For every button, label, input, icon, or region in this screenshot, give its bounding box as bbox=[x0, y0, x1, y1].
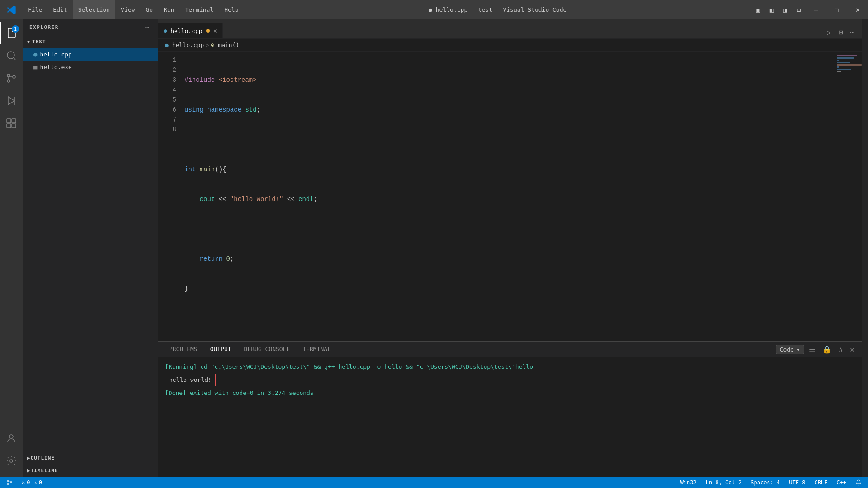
editor-and-panel: ● hello.cpp × ▷ ⊟ ⋯ ● hello.cpp > bbox=[158, 19, 862, 477]
maximize-button[interactable]: ☐ bbox=[826, 0, 847, 19]
outline-section[interactable]: ▶ OUTLINE bbox=[23, 451, 158, 464]
svg-point-4 bbox=[13, 75, 15, 78]
status-win32[interactable]: Win32 bbox=[679, 479, 698, 486]
close-button[interactable]: ✕ bbox=[847, 0, 868, 19]
svg-point-15 bbox=[7, 480, 9, 482]
code-content[interactable]: #include <iostream> using namespace std;… bbox=[181, 52, 835, 341]
menu-file[interactable]: File bbox=[23, 0, 47, 19]
panel-close-btn[interactable]: ✕ bbox=[847, 344, 857, 355]
output-running-line: [Running] cd "c:\Users\WCJ\Desktop\test\… bbox=[165, 362, 855, 372]
line-num-4: 4 bbox=[158, 85, 176, 95]
tab-close-btn[interactable]: × bbox=[213, 27, 217, 34]
file-name-hello-cpp: hello.cpp bbox=[40, 51, 71, 58]
vscode-logo bbox=[0, 5, 23, 15]
language-label: C++ bbox=[836, 479, 846, 486]
panel-filter-btn[interactable]: ☰ bbox=[806, 344, 818, 355]
explorer-badge: 1 bbox=[12, 25, 19, 33]
menu-view[interactable]: View bbox=[115, 0, 140, 19]
status-spaces[interactable]: Spaces: 4 bbox=[749, 479, 782, 486]
position-label: Ln 8, Col 2 bbox=[706, 479, 741, 486]
layout-toggle-1[interactable]: ▣ bbox=[751, 3, 765, 17]
menu-go[interactable]: Go bbox=[140, 0, 158, 19]
window-title: ● hello.cpp - test - Visual Studio Code bbox=[244, 6, 751, 13]
code-line-3 bbox=[181, 135, 835, 145]
svg-point-13 bbox=[9, 435, 13, 438]
run-code-button[interactable]: ▷ bbox=[824, 26, 834, 38]
layout-toggle-3[interactable]: ◨ bbox=[778, 3, 792, 17]
workspace-name: TEST bbox=[32, 39, 46, 45]
line-num-2: 2 bbox=[158, 65, 176, 75]
layout-toggle-2[interactable]: ◧ bbox=[765, 3, 778, 17]
minimap-line-8 bbox=[837, 71, 841, 72]
exe-file-icon: ■ bbox=[33, 63, 37, 70]
status-git-branch[interactable] bbox=[5, 479, 14, 486]
warning-icon: ⚠ bbox=[33, 479, 37, 486]
panel-tab-output[interactable]: OUTPUT bbox=[204, 342, 238, 357]
code-editor[interactable]: 1 2 3 4 5 6 7 8 #include <iostream> usin… bbox=[158, 52, 862, 341]
main-layout: 1 bbox=[0, 19, 868, 477]
activity-bar-extensions[interactable] bbox=[0, 112, 23, 135]
breadcrumb-symbol[interactable]: ⊙ main() bbox=[211, 42, 240, 48]
breadcrumb-filename: hello.cpp bbox=[172, 42, 204, 48]
sidebar-header-actions: ⋯ bbox=[144, 22, 151, 33]
menu-edit[interactable]: Edit bbox=[47, 0, 72, 19]
menu-selection[interactable]: Selection bbox=[73, 0, 115, 19]
dropdown-label: Code bbox=[780, 346, 794, 353]
tab-hello-cpp[interactable]: ● hello.cpp × bbox=[158, 23, 223, 38]
workspace-title[interactable]: ▼ TEST bbox=[23, 35, 158, 48]
line-num-1: 1 bbox=[158, 55, 176, 65]
activity-bar-bottom bbox=[0, 427, 23, 477]
minimize-button[interactable]: — bbox=[806, 0, 826, 19]
panel-tab-terminal[interactable]: TERMINAL bbox=[296, 342, 337, 357]
panel-lock-btn[interactable]: 🔒 bbox=[820, 344, 834, 355]
outline-label: OUTLINE bbox=[31, 455, 55, 461]
panel-collapse-btn[interactable]: ∧ bbox=[836, 344, 846, 355]
menu-run[interactable]: Run bbox=[158, 0, 179, 19]
output-source-dropdown[interactable]: Code ▾ bbox=[776, 345, 804, 354]
titlebar: File Edit Selection View Go Run Terminal… bbox=[0, 0, 868, 19]
code-line-4: int main(){ bbox=[181, 164, 835, 174]
window-controls: ▣ ◧ ◨ ⊟ bbox=[751, 0, 806, 19]
status-errors[interactable]: ✕ 0 ⚠ 0 bbox=[20, 479, 44, 486]
panel-tab-debug-console[interactable]: DEBUG CONSOLE bbox=[238, 342, 297, 357]
breadcrumb-file[interactable]: ● hello.cpp bbox=[165, 42, 204, 48]
menu-help[interactable]: Help bbox=[219, 0, 244, 19]
svg-rect-10 bbox=[12, 119, 16, 123]
activity-bar-account[interactable] bbox=[0, 427, 23, 450]
minimap-line-1 bbox=[837, 55, 857, 56]
activity-bar-settings[interactable] bbox=[0, 450, 23, 472]
split-editor-button[interactable]: ⊟ bbox=[836, 26, 846, 38]
status-encoding[interactable]: UTF-8 bbox=[787, 479, 807, 486]
line-num-7: 7 bbox=[158, 115, 176, 125]
error-count: 0 bbox=[27, 479, 30, 486]
more-actions-button[interactable]: ⋯ bbox=[847, 26, 857, 38]
svg-point-3 bbox=[7, 80, 10, 82]
file-item-hello-cpp[interactable]: ● hello.cpp bbox=[23, 48, 158, 61]
new-file-button[interactable]: ⋯ bbox=[144, 22, 151, 33]
cpp-file-icon: ● bbox=[33, 51, 37, 58]
activity-bar-explorer[interactable]: 1 bbox=[0, 22, 23, 44]
status-line-ending[interactable]: CRLF bbox=[812, 479, 829, 486]
activity-bar-search[interactable] bbox=[0, 44, 23, 67]
timeline-arrow: ▶ bbox=[27, 468, 31, 474]
svg-rect-11 bbox=[7, 124, 11, 128]
svg-point-17 bbox=[10, 481, 12, 483]
minimap-line-3 bbox=[837, 60, 839, 61]
activity-bar-run[interactable] bbox=[0, 89, 23, 112]
activity-bar-git[interactable] bbox=[0, 67, 23, 89]
svg-rect-12 bbox=[12, 124, 16, 128]
layout-toggle-4[interactable]: ⊟ bbox=[792, 3, 806, 17]
file-item-hello-exe[interactable]: ■ hello.exe bbox=[23, 61, 158, 73]
minimap-line-5 bbox=[837, 64, 862, 66]
panel-content: [Running] cd "c:\Users\WCJ\Desktop\test\… bbox=[158, 357, 862, 477]
timeline-section[interactable]: ▶ TIMELINE bbox=[23, 464, 158, 477]
status-language[interactable]: C++ bbox=[835, 479, 848, 486]
panel-tab-problems[interactable]: PROBLEMS bbox=[163, 342, 204, 357]
outline-arrow: ▶ bbox=[27, 455, 31, 461]
code-line-5: cout << "hello world!" << endl; bbox=[181, 194, 835, 204]
menu-terminal[interactable]: Terminal bbox=[180, 0, 219, 19]
status-notifications[interactable] bbox=[854, 479, 863, 486]
status-bar-right: Win32 Ln 8, Col 2 Spaces: 4 UTF-8 CRLF C… bbox=[679, 479, 863, 486]
status-position[interactable]: Ln 8, Col 2 bbox=[704, 479, 743, 486]
output-done-line: [Done] exited with code=0 in 3.274 secon… bbox=[165, 388, 855, 398]
